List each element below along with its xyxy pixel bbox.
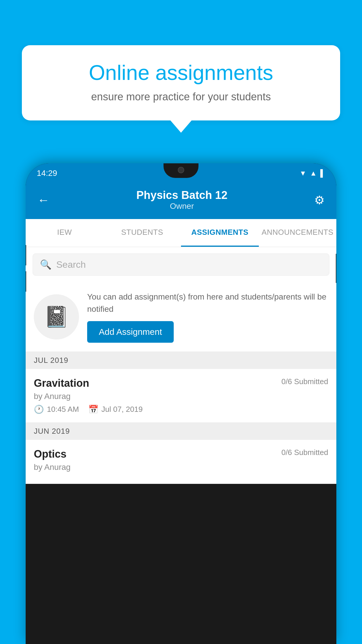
search-placeholder: Search	[56, 259, 86, 270]
status-time: 14:29	[37, 169, 57, 178]
header-subtitle: Owner	[136, 202, 228, 211]
promo-icon-circle: 📓	[34, 294, 79, 340]
assignment-gravitation[interactable]: Gravitation 0/6 Submitted by Anurag 🕐 10…	[26, 369, 336, 423]
tabs-bar: IEW STUDENTS ASSIGNMENTS ANNOUNCEMENTS	[26, 219, 336, 247]
signal-icon: ▲	[310, 169, 317, 177]
section-header-jul-label: JUL 2019	[34, 356, 68, 365]
camera	[178, 167, 184, 173]
assignment-author-gravitation: by Anurag	[34, 392, 328, 401]
search-bar[interactable]: 🔍 Search	[33, 253, 329, 276]
speech-bubble-container: Online assignments ensure more practice …	[22, 45, 340, 120]
settings-button[interactable]: ⚙	[314, 193, 325, 207]
tab-iew[interactable]: IEW	[26, 219, 103, 247]
assignment-row-top-optics: Optics 0/6 Submitted	[34, 448, 328, 460]
assignment-submitted-gravitation: 0/6 Submitted	[282, 377, 328, 386]
header-title-section: Physics Batch 12 Owner	[136, 189, 228, 211]
status-icons: ▼ ▲ ▌	[299, 169, 325, 177]
promo-text: You can add assignment(s) from here and …	[87, 291, 328, 315]
add-assignment-promo: 📓 You can add assignment(s) from here an…	[26, 282, 336, 352]
volume-up-button[interactable]	[26, 245, 26, 265]
calendar-icon: 📅	[88, 405, 99, 414]
bubble-subtitle: ensure more practice for your students	[39, 91, 323, 103]
assignment-time-gravitation: 🕐 10:45 AM	[34, 405, 79, 414]
assignment-meta-gravitation: 🕐 10:45 AM 📅 Jul 07, 2019	[34, 405, 328, 414]
assignment-time-text: 10:45 AM	[47, 405, 79, 414]
assignment-name-optics: Optics	[34, 448, 66, 460]
add-assignment-button[interactable]: Add Assignment	[87, 321, 174, 343]
header-title: Physics Batch 12	[136, 189, 228, 202]
assignment-optics[interactable]: Optics 0/6 Submitted by Anurag	[26, 440, 336, 484]
assignment-date-gravitation: 📅 Jul 07, 2019	[88, 405, 143, 414]
power-button[interactable]	[336, 254, 336, 283]
tab-announcements[interactable]: ANNOUNCEMENTS	[259, 219, 337, 247]
phone-notch	[164, 163, 198, 178]
section-header-jul: JUL 2019	[26, 352, 336, 369]
assignment-submitted-optics: 0/6 Submitted	[282, 448, 328, 457]
assignment-row-top: Gravitation 0/6 Submitted	[34, 377, 328, 389]
assignment-name-gravitation: Gravitation	[34, 377, 89, 389]
app-header: ← Physics Batch 12 Owner ⚙	[26, 183, 336, 219]
status-bar: 14:29 ▼ ▲ ▌	[26, 163, 336, 183]
back-button[interactable]: ←	[37, 193, 50, 207]
clock-icon: 🕐	[34, 405, 44, 414]
bubble-title: Online assignments	[39, 61, 323, 84]
speech-bubble: Online assignments ensure more practice …	[22, 45, 340, 120]
volume-down-button[interactable]	[26, 271, 26, 292]
assignment-date-text: Jul 07, 2019	[101, 405, 143, 414]
battery-icon: ▌	[320, 169, 325, 177]
phone-screen: IEW STUDENTS ASSIGNMENTS ANNOUNCEMENTS 🔍…	[26, 219, 336, 484]
search-container: 🔍 Search	[26, 247, 336, 282]
notebook-icon: 📓	[44, 305, 69, 329]
wifi-icon: ▼	[299, 169, 306, 177]
promo-content: You can add assignment(s) from here and …	[87, 291, 328, 343]
search-icon: 🔍	[40, 259, 52, 270]
phone-frame: 14:29 ▼ ▲ ▌ ← Physics Batch 12 Owner ⚙ I…	[26, 163, 336, 644]
tab-students[interactable]: STUDENTS	[103, 219, 181, 247]
assignment-author-optics: by Anurag	[34, 463, 328, 472]
tab-assignments[interactable]: ASSIGNMENTS	[181, 219, 259, 247]
section-header-jun: JUN 2019	[26, 423, 336, 440]
section-header-jun-label: JUN 2019	[34, 427, 70, 435]
